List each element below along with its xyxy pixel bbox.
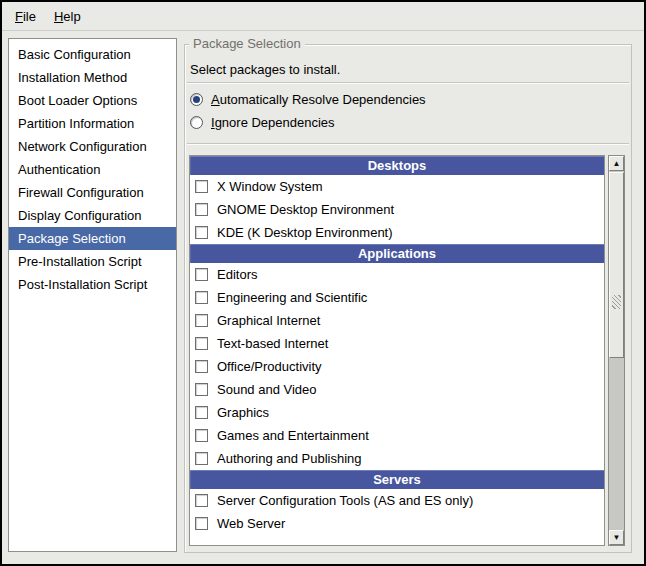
package-list-container: Desktops X Window System GNOME Desktop E… <box>189 155 625 546</box>
frame-title: Package Selection <box>189 36 305 51</box>
checkbox[interactable] <box>195 494 208 507</box>
package-item-sound-and-video[interactable]: Sound and Video <box>190 378 604 401</box>
package-item-label: Graphical Internet <box>217 313 320 328</box>
package-item-server-configuration-tools[interactable]: Server Configuration Tools (AS and ES on… <box>190 489 604 512</box>
vertical-scrollbar[interactable]: ▲ ▼ <box>608 155 625 546</box>
package-item-label: Server Configuration Tools (AS and ES on… <box>217 493 473 508</box>
category-header-applications: Applications <box>190 244 604 263</box>
sidebar-item-firewall-configuration[interactable]: Firewall Configuration <box>9 181 176 204</box>
sidebar-item-basic-configuration[interactable]: Basic Configuration <box>9 43 176 66</box>
package-item-engineering-scientific[interactable]: Engineering and Scientific <box>190 286 604 309</box>
checkbox[interactable] <box>195 268 208 281</box>
package-item-text-based-internet[interactable]: Text-based Internet <box>190 332 604 355</box>
arrow-up-icon: ▲ <box>613 160 621 168</box>
menu-help-label-rest: elp <box>63 9 80 24</box>
package-item-label: KDE (K Desktop Environment) <box>217 225 393 240</box>
sidebar-item-authentication[interactable]: Authentication <box>9 158 176 181</box>
package-item-label: Office/Productivity <box>217 359 322 374</box>
menu-file[interactable]: File <box>6 6 45 27</box>
radio-ignore-dependencies[interactable]: Ignore Dependencies <box>190 112 335 132</box>
checkbox[interactable] <box>195 226 208 239</box>
package-item-label: Authoring and Publishing <box>217 451 362 466</box>
checkbox[interactable] <box>195 180 208 193</box>
sidebar-item-boot-loader-options[interactable]: Boot Loader Options <box>9 89 176 112</box>
radio-label-rest: gnore Dependencies <box>215 115 335 130</box>
radio-unselected-icon[interactable] <box>190 116 203 129</box>
checkbox[interactable] <box>195 517 208 530</box>
package-item-authoring-publishing[interactable]: Authoring and Publishing <box>190 447 604 470</box>
checkbox[interactable] <box>195 429 208 442</box>
checkbox[interactable] <box>195 406 208 419</box>
package-list: Desktops X Window System GNOME Desktop E… <box>189 155 605 546</box>
separator <box>187 82 629 84</box>
sidebar-item-post-installation-script[interactable]: Post-Installation Script <box>9 273 176 296</box>
menu-help[interactable]: Help <box>45 6 90 27</box>
checkbox[interactable] <box>195 291 208 304</box>
package-item-kde-desktop[interactable]: KDE (K Desktop Environment) <box>190 221 604 244</box>
package-item-label: Engineering and Scientific <box>217 290 367 305</box>
arrow-down-icon: ▼ <box>613 534 621 542</box>
scroll-up-button[interactable]: ▲ <box>609 156 624 171</box>
category-header-servers: Servers <box>190 470 604 489</box>
instruction-text: Select packages to install. <box>190 62 340 77</box>
radio-selected-icon[interactable] <box>190 93 203 106</box>
package-item-label: Editors <box>217 267 257 282</box>
menu-file-label: F <box>15 9 23 24</box>
category-header-desktops: Desktops <box>190 156 604 175</box>
radio-label-rest: utomatically Resolve Dependencies <box>220 92 426 107</box>
package-item-gnome-desktop[interactable]: GNOME Desktop Environment <box>190 198 604 221</box>
radio-label: Ignore Dependencies <box>211 115 335 130</box>
package-item-label: Graphics <box>217 405 269 420</box>
checkbox[interactable] <box>195 337 208 350</box>
package-item-editors[interactable]: Editors <box>190 263 604 286</box>
radio-label: Automatically Resolve Dependencies <box>211 92 426 107</box>
radio-label-key: A <box>211 92 220 107</box>
package-item-office-productivity[interactable]: Office/Productivity <box>190 355 604 378</box>
package-selection-frame: Package Selection Select packages to ins… <box>184 44 632 553</box>
package-item-label: Games and Entertainment <box>217 428 369 443</box>
sidebar-item-display-configuration[interactable]: Display Configuration <box>9 204 176 227</box>
checkbox[interactable] <box>195 452 208 465</box>
sidebar-item-partition-information[interactable]: Partition Information <box>9 112 176 135</box>
checkbox[interactable] <box>195 360 208 373</box>
menu-file-label-rest: ile <box>23 9 36 24</box>
package-item-label: Text-based Internet <box>217 336 328 351</box>
package-item-x-window-system[interactable]: X Window System <box>190 175 604 198</box>
package-item-label: X Window System <box>217 179 322 194</box>
package-item-label: Web Server <box>217 516 285 531</box>
sidebar-item-pre-installation-script[interactable]: Pre-Installation Script <box>9 250 176 273</box>
radio-dot-icon <box>193 96 200 103</box>
sidebar-item-package-selection[interactable]: Package Selection <box>9 227 176 250</box>
scrollbar-thumb[interactable] <box>609 172 624 358</box>
kickstart-configurator-window: File Help Basic Configuration Installati… <box>0 0 646 566</box>
package-item-web-server[interactable]: Web Server <box>190 512 604 535</box>
checkbox[interactable] <box>195 314 208 327</box>
scrollbar-grip-icon <box>612 295 621 309</box>
radio-auto-resolve-dependencies[interactable]: Automatically Resolve Dependencies <box>190 89 426 109</box>
package-item-games-entertainment[interactable]: Games and Entertainment <box>190 424 604 447</box>
checkbox[interactable] <box>195 203 208 216</box>
sidebar-nav: Basic Configuration Installation Method … <box>8 38 177 552</box>
package-item-graphics[interactable]: Graphics <box>190 401 604 424</box>
package-item-graphical-internet[interactable]: Graphical Internet <box>190 309 604 332</box>
sidebar-item-network-configuration[interactable]: Network Configuration <box>9 135 176 158</box>
separator <box>187 143 629 145</box>
scroll-down-button[interactable]: ▼ <box>609 530 624 545</box>
menubar: File Help <box>2 2 644 31</box>
package-item-label: Sound and Video <box>217 382 317 397</box>
sidebar-item-installation-method[interactable]: Installation Method <box>9 66 176 89</box>
package-item-label: GNOME Desktop Environment <box>217 202 394 217</box>
checkbox[interactable] <box>195 383 208 396</box>
window-content: File Help Basic Configuration Installati… <box>2 2 644 564</box>
menu-help-label: H <box>54 9 63 24</box>
